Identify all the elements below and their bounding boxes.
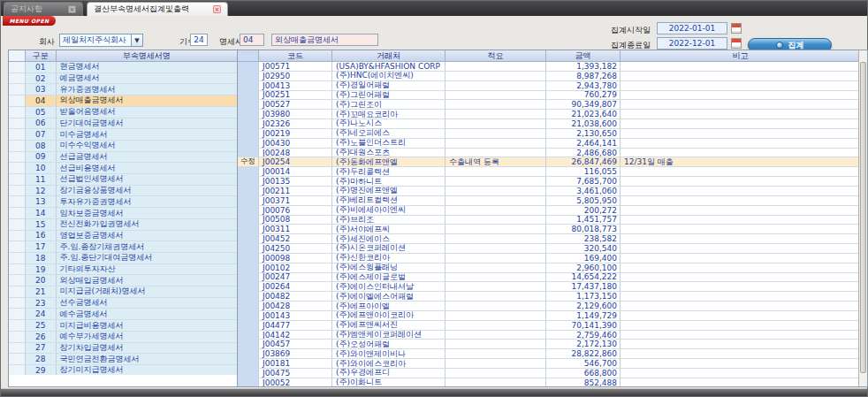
customer-row[interactable]: J00571(USA)BY&HFASHION CORP1,393,182 xyxy=(238,62,867,72)
statement-code-input[interactable] xyxy=(240,34,264,46)
statement-row[interactable]: 10선급비용명세서 xyxy=(9,163,237,174)
customer-row[interactable]: J00251(주)그린어패럴760,279 xyxy=(238,91,867,101)
row-note xyxy=(621,72,860,81)
customer-row[interactable]: J00219(주)네오피에스2,130,650 xyxy=(238,129,867,139)
statement-row[interactable]: 07미수금명세서 xyxy=(9,129,237,141)
statement-row[interactable]: 05받을어음명세서 xyxy=(9,107,237,118)
statement-row[interactable]: 12장기금융상품명세서 xyxy=(9,186,237,197)
statement-name: 전신전화가입권명세서 xyxy=(57,219,237,231)
customer-row[interactable]: J00247(주)에스제이글로벌14,654,222 xyxy=(238,273,867,283)
statement-row[interactable]: 14임차보증금명세서 xyxy=(9,208,237,219)
statement-row[interactable]: 26예수부가세명세서 xyxy=(9,332,237,343)
customer-row[interactable]: J00428(주)에프아이엘2,129,600 xyxy=(238,302,867,311)
row-status xyxy=(238,177,259,187)
scrollbar-thumb[interactable] xyxy=(860,62,866,373)
customer-row[interactable]: J00264(주)에이스인터내셔날17,437,180 xyxy=(238,282,867,292)
statement-row[interactable]: 08미수수익명세서 xyxy=(9,141,237,152)
statement-no: 24 xyxy=(26,309,57,320)
statement-no: 25 xyxy=(26,320,57,332)
customer-row[interactable]: J00371(주)베리트컬렉션5,805,950 xyxy=(238,196,867,206)
statement-row[interactable]: 27장기차입금명세서 xyxy=(9,343,237,355)
statement-row[interactable]: 18주.임.종단기대여금명세서 xyxy=(9,253,237,264)
vertical-scrollbar[interactable] xyxy=(858,50,867,386)
statement-row[interactable]: 11선급법인세명세서 xyxy=(9,174,237,186)
tab-settlement-report[interactable]: 결산부속명세서집계및출력 × xyxy=(87,2,228,16)
customer-row[interactable]: J00430(주)노블인더스트리2,464,141 xyxy=(238,139,867,149)
row-status xyxy=(238,196,259,206)
statement-row[interactable]: 23선수금명세서 xyxy=(9,298,237,309)
statement-name-input[interactable] xyxy=(271,34,378,46)
customer-amount-grid: 코드 거래처 적요 금액 비고 J00571(USA)BY&HFASHION C… xyxy=(237,50,868,387)
customer-row[interactable]: J00098(주)신한코리아169,400 xyxy=(238,254,867,263)
customer-row[interactable]: J02950(주)HNC(에이치엔씨)8,987,268 xyxy=(238,72,867,81)
statement-row[interactable]: 01현금명세서 xyxy=(9,62,237,73)
customer-row[interactable]: J00248(주)대원스포츠2,486,680 xyxy=(238,149,867,158)
statement-row[interactable]: 25미지급비용명세서 xyxy=(9,320,237,332)
customer-row[interactable]: J00452(주)세진에이스238,582 xyxy=(238,234,867,244)
customer-row[interactable]: J00508(주)브리조1,451,757 xyxy=(238,216,867,225)
aggregate-button-icon xyxy=(776,42,783,49)
statement-row[interactable]: 28국민연금전환금명세서 xyxy=(9,354,237,365)
customer-row[interactable]: J02326(주)나노시스21,038,600 xyxy=(238,119,867,129)
row-amount: 28,822,860 xyxy=(546,349,621,359)
customer-row[interactable]: J03869(주)와이앤제이비나28,822,860 xyxy=(238,349,867,359)
customer-row[interactable]: J00475(주)우경에프디668,800 xyxy=(238,369,867,378)
customer-row[interactable]: J00211(주)명진에프앤엘3,461,060 xyxy=(238,187,867,196)
customer-row[interactable]: J04142(주)엠앤케이코퍼레이션2,759,460 xyxy=(238,331,867,340)
customer-name: (주)동화에프앤엘 xyxy=(332,157,445,167)
customer-row[interactable]: J00311(주)서야에프씨80,018,773 xyxy=(238,225,867,234)
row-amount: 2,172,130 xyxy=(546,340,621,349)
calendar-icon[interactable] xyxy=(731,23,742,34)
statement-row[interactable]: 15전신전화가입권명세서 xyxy=(9,219,237,231)
row-gutter xyxy=(9,208,26,219)
customer-row[interactable]: J00482(주)에이엘에스어패럴1,173,150 xyxy=(238,292,867,302)
customer-code: J02950 xyxy=(259,72,332,81)
statement-row[interactable]: 03유가증권명세서 xyxy=(9,84,237,95)
row-status xyxy=(238,91,259,101)
customer-row[interactable]: J00052(주)이화니트852,488 xyxy=(238,378,867,387)
customer-row[interactable]: J03980(주)꼬매요코리아21,023,640 xyxy=(238,110,867,119)
customer-row[interactable]: J00181(주)와이에스코리아546,700 xyxy=(238,359,867,369)
end-date-input[interactable] xyxy=(657,37,727,50)
statement-row[interactable]: 09선급금명세서 xyxy=(9,152,237,164)
customer-row[interactable]: J00143(주)에프앤아이코리아1,149,729 xyxy=(238,311,867,321)
customer-name: (주)엠앤케이코퍼레이션 xyxy=(332,331,445,340)
customer-row[interactable]: J00076(주)비에세아이엔씨200,272 xyxy=(238,206,867,216)
customer-code: J00428 xyxy=(259,302,332,311)
customer-row[interactable]: J04250(주)시온코퍼레이션320,540 xyxy=(238,244,867,254)
statement-row[interactable]: 13투자유가증권명세서 xyxy=(9,196,237,208)
customer-row[interactable]: J00527(주)그린조이90,349,807 xyxy=(238,100,867,110)
row-desc xyxy=(445,311,546,321)
statement-name: 받을어음명세서 xyxy=(57,107,237,118)
statement-row[interactable]: 04외상매출금명세서 xyxy=(9,95,237,107)
row-desc xyxy=(445,359,546,369)
customer-row[interactable]: J00014(주)두리콜렉션116,055 xyxy=(238,167,867,177)
statement-no: 15 xyxy=(26,219,57,231)
tab-close-icon[interactable]: × xyxy=(68,5,76,13)
row-status xyxy=(238,72,259,81)
statement-row[interactable]: 17주.임.종장기채권명세서 xyxy=(9,241,237,253)
statement-row[interactable]: 02예금명세서 xyxy=(9,73,237,85)
customer-row[interactable]: J00413(주)경일어패럴2,943,780 xyxy=(238,81,867,91)
row-desc xyxy=(445,129,546,139)
statement-row[interactable]: 20외상매입금명세서 xyxy=(9,275,237,286)
customer-row[interactable]: J00102(주)에스윙플래닝2,960,100 xyxy=(238,263,867,273)
statement-row[interactable]: 06단기대여금명세서 xyxy=(9,118,237,130)
tab-notice[interactable]: 공지사항 × xyxy=(4,2,83,16)
statement-row[interactable]: 24예수금명세서 xyxy=(9,309,237,320)
statement-row[interactable]: 21미지급금(거래처)명세서 xyxy=(9,286,237,298)
company-select[interactable]: 제일처지주식회사 ▼ xyxy=(59,34,143,47)
row-status xyxy=(238,282,259,292)
start-date-input[interactable] xyxy=(657,22,727,34)
customer-row[interactable]: J00457(주)오성어패럴2,172,130 xyxy=(238,340,867,349)
statement-row[interactable]: 19기타의투자자산 xyxy=(9,264,237,276)
customer-name: (주)에스윙플래닝 xyxy=(332,263,445,273)
calendar-icon[interactable] xyxy=(731,38,742,49)
statement-row[interactable]: 16영업보증금명세서 xyxy=(9,231,237,242)
customer-row[interactable]: J00135(주)마하니트7,685,700 xyxy=(238,177,867,187)
period-input[interactable] xyxy=(190,34,208,46)
customer-row[interactable]: J04477(주)에프앤씨서진70,141,390 xyxy=(238,321,867,331)
tab-close-icon[interactable]: × xyxy=(213,5,221,13)
customer-row[interactable]: 수정J00254(주)동화에프앤엘수출내역 등록26,847,46912/31일… xyxy=(238,157,867,167)
row-amount: 238,582 xyxy=(546,234,621,244)
